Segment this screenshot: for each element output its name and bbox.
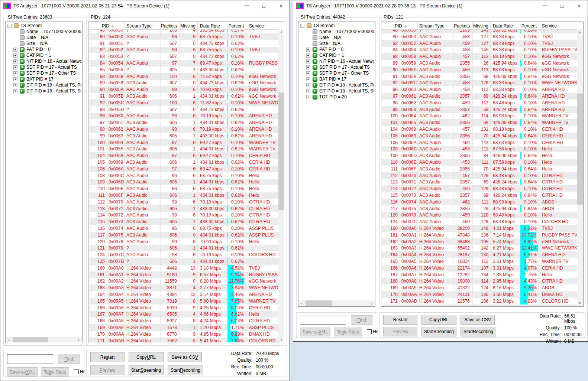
table-row[interactable]: 910x005BAC3 Audio6061434.01 kbps0.62%eGG…: [89, 93, 278, 100]
table-row[interactable]: 880x0058AAC Audio100671.62 kbps0.10%eGG …: [89, 73, 278, 80]
table-row[interactable]: 1170x0075AC3 Audio6060434.01 kbps0.62%AS…: [89, 232, 278, 238]
start-streaming-button[interactable]: Start Streaming: [129, 365, 164, 375]
tree-item[interactable]: +SSDT PID = 17 - Other TS: [13, 70, 81, 76]
table-row[interactable]: 1130x0071AC3 Audio285769426.24 kbps0.64%…: [382, 179, 577, 186]
scroll-right-icon[interactable]: ›: [76, 338, 82, 342]
expand-toggle-icon[interactable]: +: [13, 53, 17, 58]
expand-toggle-icon[interactable]: +: [306, 71, 310, 75]
table-row[interactable]: 1120x0070AAC Audio45712968.18 kbps0.10%C…: [382, 172, 577, 179]
table-row[interactable]: 1670x00A7H.264 Video122821341.83 Mbps2.7…: [382, 271, 577, 278]
find-input[interactable]: [300, 316, 346, 325]
table-row[interactable]: 1680x00A8H.264 Video592784.24 Mbps6.03%C…: [89, 318, 278, 324]
maximize-button[interactable]: □: [255, 0, 272, 12]
table-row[interactable]: 980x0062AAC Audio45911268.48 kbps0.10%AR…: [382, 100, 577, 106]
table-row[interactable]: 1100x006EAAC Audio96668.75 kbps0.10%Hell…: [89, 185, 278, 192]
table-row[interactable]: 1610x00A1H.264 Video918096.57 Mbps9.34%R…: [89, 271, 278, 278]
table-row[interactable]: 910x005BAC3 Audio285668426.09 kbps0.64%e…: [382, 73, 577, 80]
minimize-button[interactable]: —: [238, 0, 255, 12]
scrollbar-thumb[interactable]: [577, 94, 583, 205]
preview-button[interactable]: Preview: [90, 365, 125, 375]
table-row[interactable]: 970x0061AC3 Audio285769426.24 kbps0.64%A…: [382, 93, 577, 100]
table-row[interactable]: 1670x00A7H.264 Video650544.66 Mbps6.62%H…: [89, 311, 278, 318]
tree-item[interactable]: Size = N/A: [13, 40, 81, 46]
scroll-up-icon[interactable]: ∧: [278, 29, 284, 35]
column-header[interactable]: Service: [246, 22, 278, 29]
table-row[interactable]: 1630x00A3H.264 Video387142.77 Mbps3.94%W…: [89, 284, 278, 291]
find-input[interactable]: [7, 354, 53, 364]
table-row[interactable]: 1200x0078AAC Audio45912868.48 kbps0.10%H…: [382, 212, 577, 219]
tree-item[interactable]: Date = N/A: [306, 35, 374, 40]
table-row[interactable]: 1100x006EAAC Audio45311167.58 kbps0.10%H…: [382, 159, 577, 166]
table-row[interactable]: 1600x00A0H.264 Video4442133.18 Mbps4.52%…: [89, 265, 278, 271]
table-row[interactable]: 820x0052AAC Audio96668.75 kbps0.10%TVBJ: [89, 47, 278, 53]
tree-item[interactable]: +EEIT PID = 18 - Actual TS, Presen: [306, 82, 374, 88]
expand-toggle-icon[interactable]: +: [306, 65, 310, 69]
column-header[interactable]: Percent: [520, 22, 539, 29]
table-row[interactable]: 1710x00ABH.264 Video755285.41 Mbps7.68%C…: [89, 338, 278, 342]
table-row[interactable]: 1120x0070AAC Audio98670.19 kbps0.10%CITR…: [89, 199, 278, 205]
table-row[interactable]: 1200x0078AAC Audio99670.90 kbps0.10%Hell…: [89, 238, 278, 245]
minimize-button[interactable]: —: [536, 0, 553, 12]
tree-item[interactable]: Size = N/A: [306, 40, 374, 46]
table-row[interactable]: 830x0053?6070434.73 kbps0.62%: [89, 53, 278, 60]
table-row[interactable]: 800x0050AAC Audio45812768.33 kbps0.10%TV…: [382, 33, 577, 40]
tree-item[interactable]: +NNIT PID = 16 - Actual Network: [306, 58, 374, 64]
table-row[interactable]: 1110x006FAC3 Audio285570425.94 kbps0.64%…: [382, 166, 577, 172]
tree-item[interactable]: +TTOT PID = 20: [306, 94, 374, 100]
start-streaming-button[interactable]: Start Streaming: [421, 327, 456, 336]
table-row[interactable]: 10240x0400PMT1046215.53 kbps0.02%TVBJ: [382, 305, 577, 306]
tree-item[interactable]: +SSDT PID = 17 - Actual TS: [13, 64, 81, 70]
tree-item[interactable]: +SSDT PID = 17 - Actual TS: [306, 64, 374, 70]
table-row[interactable]: 1690x00A9H.264 Video413221246.16 Mbps9.2…: [382, 284, 577, 291]
horizontal-scrollbar[interactable]: ‹ ›: [6, 337, 82, 342]
table-row[interactable]: 1600x00A0H.264 Video282001484.21 Mbps6.3…: [382, 225, 577, 232]
expand-toggle-icon[interactable]: −: [300, 24, 304, 28]
start-recording-button[interactable]: Start Recording: [168, 365, 203, 375]
expand-toggle-icon[interactable]: +: [13, 83, 17, 87]
table-row[interactable]: 1610x00A1H.264 Video478481367.14 Mbps10.…: [382, 232, 577, 238]
scroll-up-icon[interactable]: ∧: [577, 29, 583, 35]
table-row[interactable]: 1140x0072AAC Audio45912968.48 kbps0.10%C…: [382, 185, 577, 192]
hex-checkbox[interactable]: [74, 369, 79, 374]
find-button[interactable]: Find: [58, 354, 80, 364]
maximize-button[interactable]: □: [553, 0, 571, 12]
column-header[interactable]: Missing: [180, 22, 198, 29]
table-row[interactable]: 1010x0065AC3 Audio6061434.01 kbps0.62%WA…: [89, 146, 278, 153]
tree-item[interactable]: +NNIT PID = 16 - Actual Network: [13, 58, 81, 64]
table-row[interactable]: 1240x007CAAC Audio45912868.48 kbps0.10%C…: [382, 218, 577, 225]
find-button[interactable]: Find: [351, 315, 372, 325]
column-header[interactable]: Percent: [227, 22, 246, 29]
table-row[interactable]: 1240x007CAAC Audio98670.19 kbps0.10%COLO…: [89, 251, 278, 258]
table-row[interactable]: 920x005CAAC Audio45812868.33 kbps0.10%WW…: [382, 80, 577, 87]
scrollbar-thumb[interactable]: [278, 92, 284, 210]
expand-toggle-icon[interactable]: +: [13, 89, 17, 93]
scrollbar-thumb[interactable]: [13, 337, 48, 342]
copy-url-button[interactable]: Copy URL: [421, 315, 456, 325]
table-row[interactable]: 1050x0069AC3 Audio6061434.01 kbps0.62%CE…: [89, 159, 278, 166]
table-row[interactable]: 900x005AAAC Audio45611368.03 kbps0.10%eG…: [382, 66, 577, 73]
horizontal-scrollbar[interactable]: ‹ ›: [299, 300, 375, 306]
tree-item[interactable]: +EEIT PID = 18 - Actual TS, Schedu: [13, 88, 81, 94]
table-row[interactable]: 800x0050AAC Audio96668.75 kbps0.10%TVBJ: [89, 33, 278, 40]
table-row[interactable]: 820x0052AAC Audio45912768.48 kbps0.10%TV…: [382, 40, 577, 47]
scroll-down-icon[interactable]: ∨: [278, 336, 284, 342]
tree-item[interactable]: +CCAT PID = 1: [13, 52, 81, 58]
table-row[interactable]: 890x0059AC3 Audio285526425.94 kbps0.64%e…: [382, 60, 577, 66]
table-row[interactable]: 1700x00AAH.264 Video677094.85 Mbps6.89%D…: [89, 331, 278, 338]
scrollbar-thumb[interactable]: [306, 300, 332, 306]
table-row[interactable]: 1040x0068AAC Audio97669.47 kbps0.10%CERI…: [89, 152, 278, 159]
table-row[interactable]: 990x0063AC3 Audio285769426.24 kbps0.64%A…: [382, 106, 577, 113]
expand-toggle-icon[interactable]: +: [306, 83, 310, 87]
table-row[interactable]: 960x0060AAC Audio45811268.33 kbps0.10%AR…: [382, 86, 577, 93]
table-row[interactable]: 930x005D?6070434.73 kbps0.62%: [89, 106, 278, 113]
table-row[interactable]: 1040x0068AAC Audio45713168.18 kbps0.10%C…: [382, 126, 577, 133]
tree-item[interactable]: Name = 10771000-V-30000-202: [13, 29, 81, 35]
column-header[interactable]: Service: [539, 22, 577, 29]
table-row[interactable]: 1660x00A6H.264 Video593094.25 Mbps6.03%C…: [89, 305, 278, 311]
table-row[interactable]: 1170x0075AC3 Audio285526425.94 kbps0.64%…: [382, 205, 577, 212]
table-row[interactable]: 1000x0064AAC Audio97669.47 kbps0.10%WARN…: [89, 139, 278, 146]
table-row[interactable]: 1250x007D?6061434.01 kbps0.62%: [89, 258, 278, 265]
clipped-top-row[interactable]: 480x0030?1269143189.52 kbps0.28%: [382, 30, 577, 33]
column-header[interactable]: Stream Type: [418, 22, 453, 29]
scroll-left-icon[interactable]: ‹: [6, 338, 12, 342]
